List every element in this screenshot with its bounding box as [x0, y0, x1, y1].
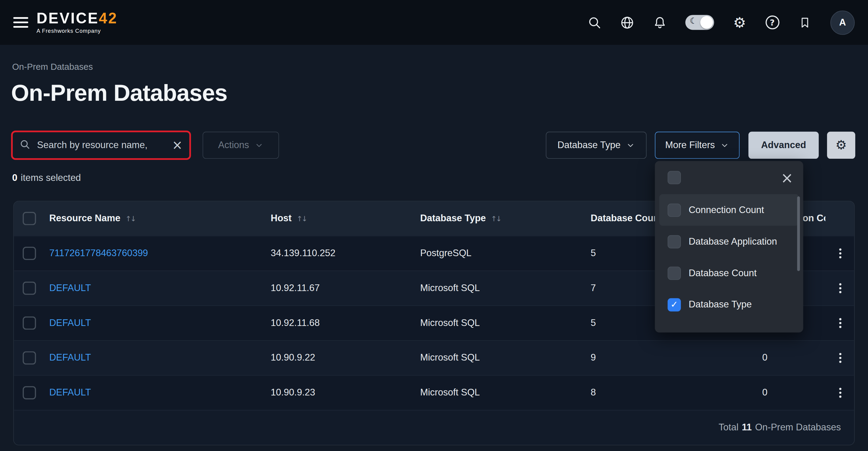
dropdown-header: × — [655, 161, 803, 194]
actions-label: Actions — [218, 139, 249, 151]
connection-count-cell: 0 — [758, 387, 825, 398]
row-actions-kebab[interactable] — [837, 316, 844, 330]
row-actions-kebab[interactable] — [837, 246, 844, 260]
resource-link[interactable]: DEFAULT — [49, 387, 91, 398]
column-header-database-type[interactable]: Database Type ↑↓ — [416, 213, 586, 224]
menu-bar — [13, 22, 28, 23]
sort-icon[interactable]: ↑↓ — [297, 214, 306, 222]
search-icon[interactable] — [587, 15, 602, 29]
bookmark-icon[interactable] — [798, 15, 812, 29]
resource-link[interactable]: 7117261778463760399 — [49, 248, 148, 259]
row-checkbox[interactable] — [23, 282, 36, 295]
column-header-host[interactable]: Host ↑↓ — [266, 213, 416, 224]
select-all-filters-checkbox[interactable] — [668, 171, 681, 184]
row-checkbox[interactable] — [23, 386, 36, 399]
row-actions-cell — [826, 281, 855, 295]
theme-toggle[interactable]: ☾ — [685, 15, 714, 30]
notifications-bell-icon[interactable] — [653, 15, 667, 29]
user-avatar[interactable]: A — [830, 10, 855, 35]
settings-gear-icon[interactable]: ⚙ — [732, 15, 746, 29]
option-checkbox[interactable] — [668, 235, 681, 248]
advanced-button[interactable]: Advanced — [748, 132, 818, 159]
dropdown-scrollbar[interactable] — [797, 196, 800, 271]
table-settings-gear-button[interactable]: ⚙ — [827, 132, 855, 159]
filter-option-database-count[interactable]: Database Count — [659, 257, 799, 289]
option-checkbox[interactable] — [668, 203, 681, 217]
database-type-cell: Microsoft SQL — [416, 387, 586, 398]
more-filters-label: More Filters — [665, 139, 715, 151]
total-prefix: Total — [719, 422, 738, 433]
row-actions-kebab[interactable] — [837, 385, 844, 400]
resource-name-cell: DEFAULT — [45, 283, 266, 293]
help-icon[interactable]: ? — [765, 15, 779, 29]
menu-icon[interactable] — [13, 17, 28, 28]
row-actions-cell — [826, 385, 855, 400]
option-checkbox[interactable] — [668, 266, 681, 280]
sort-icon[interactable]: ↑↓ — [491, 214, 500, 222]
breadcrumb[interactable]: On-Prem Databases — [12, 62, 93, 72]
dropdown-options: Connection Count Database Application Da… — [655, 194, 803, 321]
app-window: DEVICE42 A Freshworks Company ☾ ⚙ ? — [0, 0, 868, 451]
database-type-cell: PostgreSQL — [416, 248, 586, 259]
selection-status: 0 items selected — [12, 173, 81, 184]
resource-link[interactable]: DEFAULT — [49, 352, 91, 363]
close-icon[interactable]: × — [781, 170, 793, 185]
select-all-checkbox[interactable] — [23, 212, 36, 225]
host-cell: 10.90.9.22 — [266, 352, 416, 363]
row-checkbox[interactable] — [23, 317, 36, 330]
search-icon — [20, 139, 30, 152]
row-actions-kebab[interactable] — [837, 281, 844, 295]
row-actions-cell — [826, 316, 855, 330]
database-type-cell: Microsoft SQL — [416, 283, 586, 293]
chevron-down-icon — [720, 141, 729, 150]
selected-label: items selected — [21, 173, 81, 184]
brand-main: DEVICE — [36, 10, 99, 27]
row-checkbox-cell — [14, 351, 45, 364]
option-checkbox-checked[interactable]: ✓ — [668, 298, 681, 312]
row-checkbox-cell — [14, 386, 45, 399]
column-header-resource-name[interactable]: Resource Name ↑↓ — [45, 213, 266, 224]
search-box-annotated[interactable]: × — [11, 130, 191, 160]
filter-option-database-type[interactable]: ✓ Database Type — [659, 289, 799, 320]
resource-name-cell: 7117261778463760399 — [45, 248, 266, 259]
globe-icon[interactable] — [620, 15, 634, 29]
page-title: On-Prem Databases — [11, 79, 227, 106]
brand-tagline: A Freshworks Company — [36, 28, 118, 34]
row-checkbox-cell — [14, 317, 45, 330]
resource-link[interactable]: DEFAULT — [49, 318, 91, 328]
gear-icon: ⚙ — [836, 139, 847, 152]
filter-option-connection-count[interactable]: Connection Count — [659, 194, 799, 226]
row-checkbox[interactable] — [23, 351, 36, 364]
resource-link[interactable]: DEFAULT — [49, 283, 91, 293]
advanced-label: Advanced — [761, 139, 806, 151]
filter-option-database-application[interactable]: Database Application — [659, 226, 799, 257]
host-cell: 34.139.110.252 — [266, 248, 416, 259]
device42-logo[interactable]: DEVICE42 A Freshworks Company — [36, 11, 118, 34]
total-suffix: On-Prem Databases — [755, 422, 841, 433]
database-type-cell: Microsoft SQL — [416, 352, 586, 363]
row-actions-cell — [826, 351, 855, 365]
resource-name-cell: DEFAULT — [45, 352, 266, 363]
database-type-filter-button[interactable]: Database Type — [546, 132, 647, 159]
menu-bar — [13, 26, 28, 28]
row-actions-cell — [826, 246, 855, 260]
host-cell: 10.92.11.67 — [266, 283, 416, 293]
clear-search-icon[interactable]: × — [172, 139, 183, 152]
row-checkbox[interactable] — [23, 247, 36, 260]
selected-count: 0 — [12, 173, 17, 184]
resource-name-cell: DEFAULT — [45, 387, 266, 398]
database-type-label: Database Type — [557, 139, 620, 151]
row-actions-kebab[interactable] — [837, 351, 844, 365]
host-cell: 10.90.9.23 — [266, 387, 416, 398]
moon-icon: ☾ — [690, 17, 697, 26]
search-input[interactable] — [36, 139, 166, 151]
database-count-cell: 8 — [586, 387, 758, 398]
toggle-knob — [700, 16, 713, 29]
connection-count-cell: 0 — [758, 352, 825, 363]
actions-dropdown-button[interactable]: Actions — [203, 132, 279, 159]
sort-icon[interactable]: ↑↓ — [125, 214, 135, 222]
database-count-cell: 9 — [586, 352, 758, 363]
host-cell: 10.92.11.68 — [266, 318, 416, 328]
more-filters-button[interactable]: More Filters — [655, 132, 740, 159]
resource-name-cell: DEFAULT — [45, 318, 266, 328]
